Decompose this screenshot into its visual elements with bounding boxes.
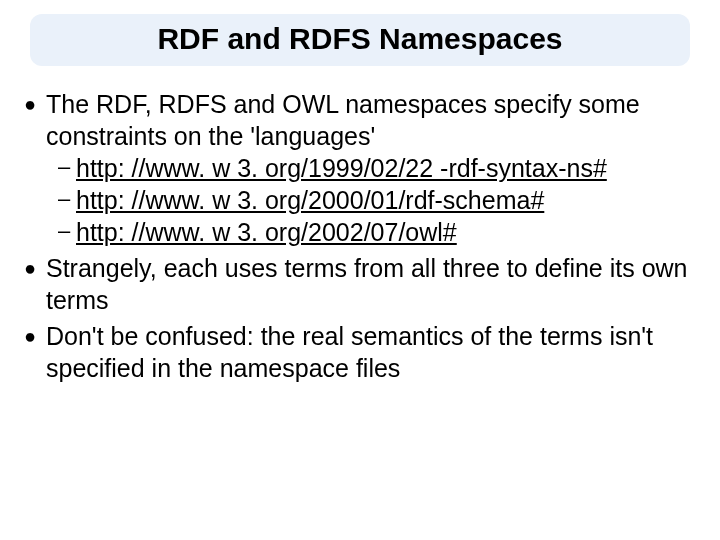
dash-icon: – [58,152,76,184]
bullet-item: ● The RDF, RDFS and OWL namespaces speci… [24,88,696,152]
bullet-text: Don't be confused: the real semantics of… [46,320,696,384]
sub-bullet-text: http: //www. w 3. org/2000/01/rdf-schema… [76,184,696,216]
sub-bullet-text: http: //www. w 3. org/1999/02/22 -rdf-sy… [76,152,696,184]
sub-bullet-text: http: //www. w 3. org/2002/07/owl# [76,216,696,248]
slide-body: ● The RDF, RDFS and OWL namespaces speci… [22,88,698,384]
namespace-link[interactable]: http: //www. w 3. org/2000/01/rdf-schema… [76,186,544,214]
sub-bullet-item: – http: //www. w 3. org/1999/02/22 -rdf-… [58,152,696,184]
bullet-item: ● Strangely, each uses terms from all th… [24,252,696,316]
bullet-icon: ● [24,88,46,152]
bullet-text: The RDF, RDFS and OWL namespaces specify… [46,88,696,152]
bullet-icon: ● [24,252,46,316]
slide-title: RDF and RDFS Namespaces [46,22,674,56]
sub-bullet-item: – http: //www. w 3. org/2000/01/rdf-sche… [58,184,696,216]
bullet-text: Strangely, each uses terms from all thre… [46,252,696,316]
bullet-item: ● Don't be confused: the real semantics … [24,320,696,384]
slide: RDF and RDFS Namespaces ● The RDF, RDFS … [0,0,720,540]
dash-icon: – [58,184,76,216]
sub-bullet-item: – http: //www. w 3. org/2002/07/owl# [58,216,696,248]
dash-icon: – [58,216,76,248]
namespace-link[interactable]: http: //www. w 3. org/2002/07/owl# [76,218,457,246]
bullet-icon: ● [24,320,46,384]
namespace-link[interactable]: http: //www. w 3. org/1999/02/22 -rdf-sy… [76,154,607,182]
slide-title-box: RDF and RDFS Namespaces [30,14,690,66]
